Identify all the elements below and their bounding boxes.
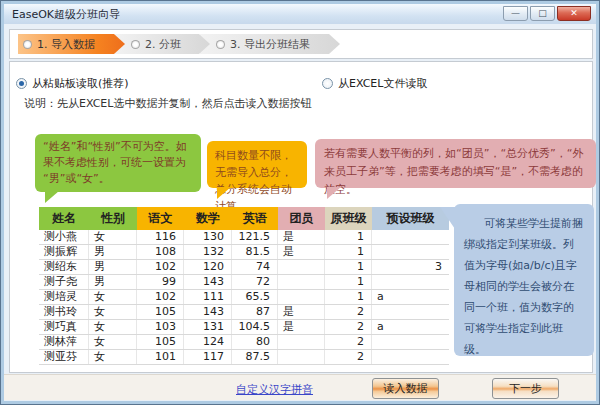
table-cell: a [372, 290, 449, 304]
radio-unselected-icon [322, 78, 333, 89]
wizard-step-export[interactable]: 3. 导出分班结果 [200, 34, 340, 54]
column-header-3: 数学 [184, 207, 232, 230]
table-row: 测培灵女10211165.51a [39, 290, 449, 305]
table-row: 测小燕女116130121.5是1 [39, 230, 449, 245]
callout-tail [45, 191, 59, 203]
step-label: 1. 导入数据 [37, 37, 95, 52]
table-row: 测子尧男99143721 [39, 275, 449, 290]
table-row: 测巧真女103131104.5是2a [39, 320, 449, 335]
column-header-4: 英语 [232, 207, 278, 230]
table-row: 测林萍女105124802 [39, 335, 449, 350]
table-header-row: 姓名性别语文数学英语团员原班级预设班级 [39, 207, 449, 230]
table-cell: 74 [232, 260, 278, 274]
column-header-2: 语文 [137, 207, 184, 230]
callout-green-text: “姓名”和“性别”不可为空。如果不考虑性别，可统一设置为“男”或“女”。 [43, 140, 187, 185]
wizard-step-import[interactable]: 1. 导入数据 [18, 34, 125, 54]
table-cell: 测培灵 [39, 290, 89, 304]
step-radio-icon [131, 40, 140, 49]
table-cell: 99 [137, 275, 184, 289]
callout-yellow-text: 科目数量不限，无需导入总分，总分系统会自动计算。 [215, 149, 292, 213]
table-cell: 2 [325, 305, 372, 319]
table-cell: 105 [137, 305, 184, 319]
window-controls: — □ ✕ [503, 6, 591, 21]
table-cell: 101 [137, 350, 184, 364]
steps: 1. 导入数据 2. 分班 3. 导出分班结果 [18, 34, 340, 54]
table-cell [278, 350, 325, 364]
table-cell: 102 [137, 290, 184, 304]
radio-selected-icon [16, 78, 27, 89]
table-cell: 111 [184, 290, 232, 304]
table-cell: 108 [137, 245, 184, 259]
table-cell: 1 [325, 245, 372, 259]
wizard-window: EaseOK超级分班向导 — □ ✕ 1. 导入数据 2. 分班 3. 导出分班… [0, 0, 600, 405]
table-cell: 测振辉 [39, 245, 89, 259]
bottom-bar: 自定义汉字拼音 读入数据 下一步 [4, 374, 596, 400]
table-cell: 2 [325, 320, 372, 334]
column-header-6: 原班级 [325, 207, 372, 230]
callout-blue-text: 可将某些学生提前捆绑或指定到某班级。列值为字母(如a/b/c)且字母相同的学生会… [464, 213, 584, 360]
radio-excel-label: 从EXCEL文件读取 [338, 76, 427, 91]
column-header-5: 团员 [278, 207, 325, 230]
column-header-7: 预设班级 [372, 207, 449, 230]
table-cell: 测巧真 [39, 320, 89, 334]
table-cell [372, 245, 449, 259]
next-step-button[interactable]: 下一步 [492, 378, 559, 399]
table-cell [372, 335, 449, 349]
custom-pinyin-link[interactable]: 自定义汉字拼音 [236, 382, 313, 397]
table-cell: 1 [325, 275, 372, 289]
table-cell: 测书玲 [39, 305, 89, 319]
callout-tail [327, 187, 341, 199]
table-row: 测书玲女10514387是2 [39, 305, 449, 320]
window-title: EaseOK超级分班向导 [12, 7, 120, 22]
title-bar: EaseOK超级分班向导 — □ ✕ [4, 4, 596, 24]
minimize-button[interactable]: — [503, 6, 528, 21]
table-cell: 1 [325, 230, 372, 244]
step-radio-icon [216, 40, 225, 49]
read-data-button[interactable]: 读入数据 [372, 378, 439, 399]
table-cell: 男 [89, 260, 137, 274]
table-row: 测绍东男1021207413 [39, 260, 449, 275]
table-cell: 87 [232, 305, 278, 319]
table-cell: 103 [137, 320, 184, 334]
callout-subjects: 科目数量不限，无需导入总分，总分系统会自动计算。 [207, 141, 307, 188]
table-cell: 男 [89, 275, 137, 289]
callout-balance-columns: 若有需要人数平衡的列，如“团员”，“总分优秀”，“外来员工子弟”等，把需要考虑的… [315, 139, 596, 188]
wizard-step-divide[interactable]: 2. 分班 [115, 34, 210, 54]
table-cell: 102 [137, 260, 184, 274]
table-cell: 3 [372, 260, 449, 274]
wizard-step-bar: 1. 导入数据 2. 分班 3. 导出分班结果 [9, 29, 593, 59]
table-cell: 130 [184, 230, 232, 244]
table-cell: 测绍东 [39, 260, 89, 274]
maximize-button[interactable]: □ [530, 6, 555, 21]
callout-name-gender: “姓名”和“性别”不可为空。如果不考虑性别，可统一设置为“男”或“女”。 [35, 134, 201, 192]
table-cell: 女 [89, 290, 137, 304]
table-cell: a [372, 320, 449, 334]
table-cell [278, 335, 325, 349]
table-cell: 测林萍 [39, 335, 89, 349]
table-cell: 117 [184, 350, 232, 364]
table-cell [372, 230, 449, 244]
table-cell: 87.5 [232, 350, 278, 364]
table-cell: 65.5 [232, 290, 278, 304]
table-cell: 132 [184, 245, 232, 259]
table-cell: 120 [184, 260, 232, 274]
table-cell: 121.5 [232, 230, 278, 244]
step-radio-icon [23, 40, 32, 49]
table-cell: 是 [278, 305, 325, 319]
table-cell [278, 290, 325, 304]
table-cell: 1 [325, 290, 372, 304]
radio-read-clipboard[interactable]: 从粘贴板读取(推荐) [16, 76, 129, 91]
table-cell [278, 275, 325, 289]
table-cell: 女 [89, 230, 137, 244]
close-button[interactable]: ✕ [557, 6, 591, 21]
table-cell: 81.5 [232, 245, 278, 259]
table-cell: 143 [184, 275, 232, 289]
column-header-1: 性别 [89, 207, 137, 230]
radio-clipboard-label: 从粘贴板读取(推荐) [32, 76, 129, 91]
table-body: 测小燕女116130121.5是1测振辉男10813281.5是1测绍东男102… [39, 230, 449, 365]
table-cell: 104.5 [232, 320, 278, 334]
table-cell: 测小燕 [39, 230, 89, 244]
instruction-note: 说明：先从EXCEL选中数据并复制，然后点击读入数据按钮 [24, 96, 311, 111]
table-cell [372, 305, 449, 319]
radio-read-excel[interactable]: 从EXCEL文件读取 [322, 76, 427, 91]
